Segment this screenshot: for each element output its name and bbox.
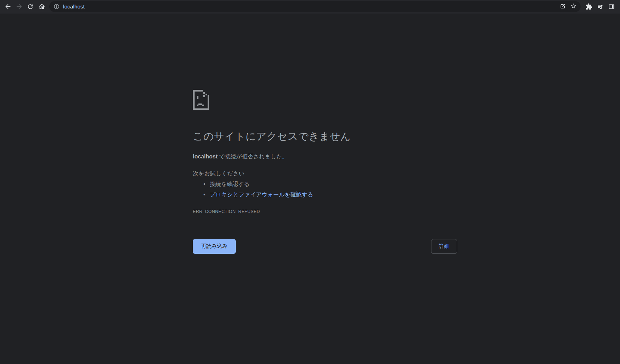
side-panel-button[interactable] — [606, 1, 617, 12]
forward-arrow-icon — [16, 3, 23, 10]
bookmark-button[interactable] — [568, 1, 578, 12]
error-title: このサイトにアクセスできません — [193, 130, 457, 143]
reload-button-toolbar[interactable] — [25, 1, 36, 12]
error-content: このサイトにアクセスできません localhost で接続が拒否されました。 次… — [193, 90, 457, 254]
error-message-rest: で接続が拒否されました。 — [217, 153, 288, 159]
suggestions-list: 接続を確認する プロキシとファイアウォールを確認する — [193, 180, 457, 199]
error-host: localhost — [193, 153, 217, 159]
reload-button[interactable]: 再読み込み — [193, 239, 236, 254]
home-icon — [38, 3, 45, 10]
home-button[interactable] — [36, 1, 47, 12]
error-code: ERR_CONNECTION_REFUSED — [193, 209, 457, 214]
forward-button[interactable] — [13, 1, 25, 12]
back-button[interactable] — [2, 1, 13, 12]
site-info-icon[interactable] — [54, 4, 60, 10]
proxy-firewall-link[interactable]: プロキシとファイアウォールを確認する — [210, 192, 313, 197]
suggestion-check-proxy: プロキシとファイアウォールを確認する — [210, 190, 457, 199]
side-panel-icon — [608, 3, 615, 10]
share-icon — [559, 3, 566, 11]
back-arrow-icon — [4, 3, 12, 10]
playlist-music-note-icon — [597, 3, 604, 10]
suggestions-header: 次をお試しください — [193, 169, 457, 178]
sad-file-icon — [193, 90, 209, 110]
media-controls-button[interactable] — [595, 1, 606, 12]
reload-icon — [27, 3, 34, 10]
button-row: 再読み込み 詳細 — [193, 239, 457, 254]
error-message: localhost で接続が拒否されました。 — [193, 152, 457, 161]
url-text[interactable]: localhost — [63, 4, 557, 10]
address-bar[interactable]: localhost — [49, 1, 581, 12]
suggestion-check-connection: 接続を確認する — [210, 180, 457, 188]
details-button[interactable]: 詳細 — [431, 239, 457, 254]
extensions-button[interactable] — [583, 1, 595, 12]
browser-toolbar: localhost — [0, 0, 620, 13]
puzzle-piece-icon — [585, 3, 593, 10]
share-button[interactable] — [557, 1, 568, 12]
error-page: このサイトにアクセスできません localhost で接続が拒否されました。 次… — [0, 13, 620, 363]
star-icon — [570, 3, 577, 11]
